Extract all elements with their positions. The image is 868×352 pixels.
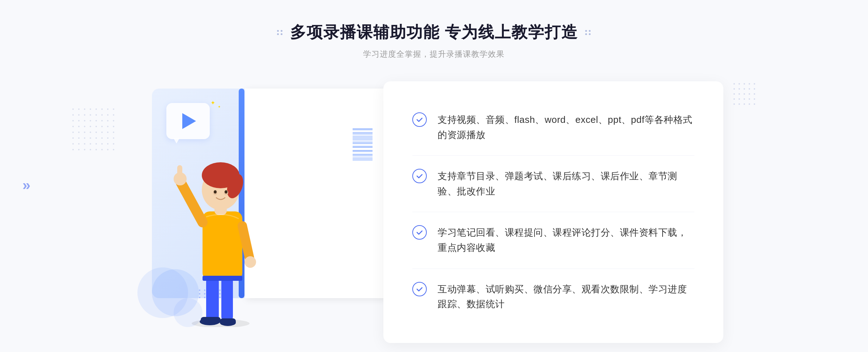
svg-rect-29 xyxy=(220,318,236,325)
feature-text-4: 互动弹幕、试听购买、微信分享、观看次数限制、学习进度跟踪、数据统计 xyxy=(438,282,694,312)
star-icon-2: ✦ xyxy=(218,105,221,109)
star-icon-1: ✦ xyxy=(210,99,215,106)
svg-rect-4 xyxy=(353,146,373,148)
stripe-decoration xyxy=(353,128,373,161)
feature-text-3: 学习笔记回看、课程提问、课程评论打分、课件资料下载，重点内容收藏 xyxy=(438,225,694,255)
play-icon xyxy=(182,113,196,129)
svg-rect-3 xyxy=(353,141,373,143)
header-section: 多项录播课辅助功能 专为线上教学打造 学习进度全掌握，提升录播课教学效果 xyxy=(277,22,591,60)
svg-point-18 xyxy=(244,256,256,268)
feature-item-2: 支持章节目录、弹题考试、课后练习、课后作业、章节测验、批改作业 xyxy=(412,156,694,212)
svg-rect-5 xyxy=(353,150,373,152)
check-icon-4 xyxy=(412,282,427,296)
svg-rect-16 xyxy=(177,165,182,180)
illustration-wrapper: ✦ ✦ xyxy=(145,81,391,327)
play-area: ✦ ✦ xyxy=(166,103,210,139)
svg-line-14 xyxy=(181,183,203,222)
svg-rect-0 xyxy=(353,128,373,130)
title-left-decorator xyxy=(277,30,283,35)
svg-rect-7 xyxy=(353,159,373,161)
title-right-decorator xyxy=(585,30,591,35)
page-subtitle: 学习进度全掌握，提升录播课教学效果 xyxy=(277,49,591,60)
check-icon-3 xyxy=(412,225,427,240)
svg-line-17 xyxy=(242,226,250,258)
svg-rect-2 xyxy=(353,137,373,139)
title-row: 多项录播课辅助功能 专为线上教学打造 xyxy=(277,22,591,43)
page-title: 多项录播课辅助功能 专为线上教学打造 xyxy=(290,22,578,43)
feature-item-3: 学习笔记回看、课程提问、课程评论打分、课件资料下载，重点内容收藏 xyxy=(412,212,694,269)
svg-rect-13 xyxy=(203,211,242,280)
check-icon-1 xyxy=(412,112,427,127)
svg-rect-28 xyxy=(201,317,221,323)
feature-item-1: 支持视频、音频、flash、word、excel、ppt、pdf等各种格式的资源… xyxy=(412,99,694,156)
dots-decoration-left xyxy=(72,108,116,152)
feature-text-2: 支持章节目录、弹题考试、课后练习、课后作业、章节测验、批改作业 xyxy=(438,169,694,199)
svg-rect-1 xyxy=(353,133,373,135)
svg-rect-6 xyxy=(353,154,373,156)
person-figure xyxy=(174,139,268,327)
feature-item-4: 互动弹幕、试听购买、微信分享、观看次数限制、学习进度跟踪、数据统计 xyxy=(412,269,694,325)
svg-rect-11 xyxy=(206,276,219,323)
check-icon-2 xyxy=(412,169,427,183)
features-panel: 支持视频、音频、flash、word、excel、ppt、pdf等各种格式的资源… xyxy=(383,81,723,343)
svg-point-25 xyxy=(214,190,217,194)
svg-point-26 xyxy=(225,190,227,194)
svg-rect-12 xyxy=(221,276,233,322)
dots-decoration-right xyxy=(733,83,756,106)
chevron-left-icon: » xyxy=(22,177,30,193)
feature-text-1: 支持视频、音频、flash、word、excel、ppt、pdf等各种格式的资源… xyxy=(438,112,694,142)
page-container: » 多项录播课辅助功能 专为线上教学打造 xyxy=(0,0,868,352)
speech-bubble xyxy=(166,103,210,139)
content-section: ✦ ✦ xyxy=(145,81,723,343)
svg-rect-27 xyxy=(203,276,242,281)
